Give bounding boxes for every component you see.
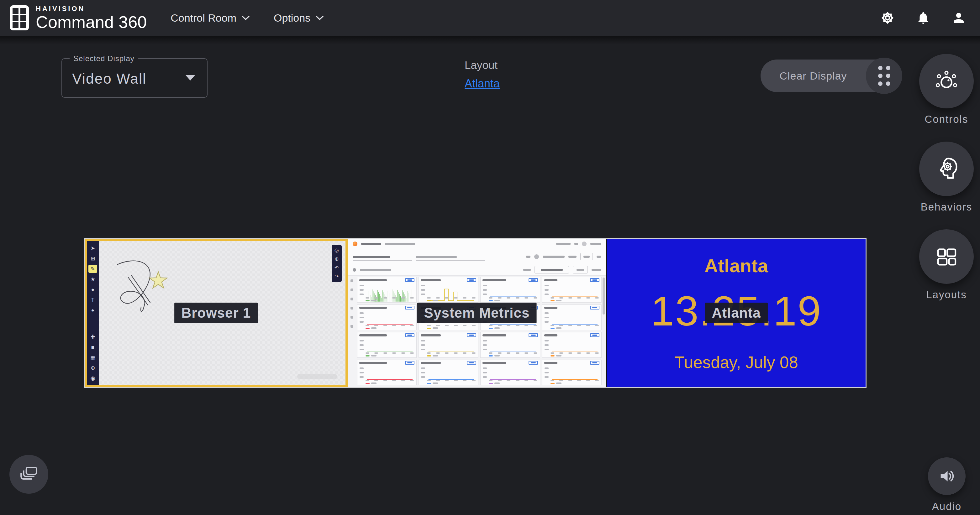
controls-button[interactable] xyxy=(919,54,974,108)
rect-icon[interactable]: ■ xyxy=(88,343,97,351)
video-wall-preview: ➤⊞✎★●T♠ ✚■▦⊕◉ ◎⊕↶↷ Browser 1 xyxy=(84,238,867,388)
haivision-logo-icon xyxy=(10,5,29,31)
behaviors-button[interactable] xyxy=(919,142,974,196)
product-name: Command 360 xyxy=(36,13,147,30)
layout-indicator: Layout Atlanta xyxy=(465,59,500,90)
grafana-logo-icon xyxy=(353,241,357,246)
behaviors-button-label: Behaviors xyxy=(909,201,980,213)
settings-icon[interactable] xyxy=(880,10,896,26)
move-icon[interactable]: ⊞ xyxy=(88,254,97,263)
panel-label-overlay: Browser 1 xyxy=(174,303,258,323)
display-selector[interactable]: Selected Display Video Wall xyxy=(62,58,208,98)
metrics-grid xyxy=(357,277,602,385)
layouts-button-label: Layouts xyxy=(909,289,980,301)
cursor-icon[interactable]: ➤ xyxy=(88,244,97,252)
metrics-chart-cell xyxy=(418,360,479,385)
metrics-chart-cell xyxy=(542,360,602,385)
metrics-scrollbar[interactable] xyxy=(603,277,605,315)
text-icon[interactable]: T xyxy=(88,296,97,304)
clock-date: Tuesday, July 08 xyxy=(607,353,865,372)
metrics-chart-cell xyxy=(542,304,602,330)
whiteboard-watermark xyxy=(297,374,337,379)
layouts-icon xyxy=(933,243,960,270)
metrics-sidebar xyxy=(348,279,356,328)
metrics-chart-cell xyxy=(542,277,602,303)
layout-link[interactable]: Atlanta xyxy=(465,77,500,90)
layouts-button[interactable] xyxy=(919,229,974,284)
display-selector-label: Selected Display xyxy=(70,54,138,63)
audio-button-label: Audio xyxy=(909,501,980,512)
drag-dots-icon xyxy=(878,66,890,86)
add-icon[interactable]: ✚ xyxy=(88,333,97,341)
chevron-down-icon xyxy=(315,15,324,21)
star-icon[interactable]: ★ xyxy=(88,275,97,283)
controls-button-label: Controls xyxy=(909,113,980,125)
redo-icon[interactable]: ↷ xyxy=(332,274,341,280)
star-shape xyxy=(150,272,167,288)
menu-control-room[interactable]: Control Room xyxy=(170,12,250,24)
metrics-chart-cell xyxy=(357,304,417,330)
app-logo: HAIVISION Command 360 xyxy=(10,5,147,31)
metrics-chart-cell xyxy=(418,277,479,303)
wall-panel-system-metrics[interactable]: System Metrics xyxy=(348,239,607,387)
account-icon[interactable] xyxy=(951,10,966,25)
notifications-icon[interactable] xyxy=(916,11,931,25)
clock-city: Atlanta xyxy=(607,255,865,277)
controls-icon xyxy=(933,67,960,95)
audio-button[interactable] xyxy=(928,457,966,495)
main-menus: Control Room Options xyxy=(170,12,324,24)
whiteboard-view-toolbar: ◎⊕↶↷ xyxy=(332,245,342,282)
metrics-chart-cell xyxy=(357,332,417,358)
metrics-chart-cell xyxy=(480,277,540,303)
fill-icon[interactable]: ♠ xyxy=(88,306,97,314)
wall-panel-browser-1[interactable]: ➤⊞✎★●T♠ ✚■▦⊕◉ ◎⊕↶↷ Browser 1 xyxy=(84,239,348,387)
eye-icon[interactable]: ◎ xyxy=(332,247,341,254)
metrics-dashboard-header xyxy=(348,239,606,276)
panel-label-overlay: Atlanta xyxy=(705,303,768,323)
drag-handle[interactable] xyxy=(866,58,902,94)
display-selector-value: Video Wall xyxy=(72,70,146,87)
chevron-down-icon xyxy=(242,15,250,21)
pen-icon[interactable]: ✎ xyxy=(88,265,97,273)
layers-icon xyxy=(19,464,39,485)
frame-icon[interactable]: ▦ xyxy=(88,353,97,361)
metrics-chart-cell xyxy=(542,332,602,358)
metrics-chart-cell xyxy=(480,360,540,385)
metrics-chart-cell xyxy=(357,360,417,385)
audio-icon xyxy=(937,466,956,486)
metrics-chart-cell xyxy=(357,277,417,303)
metrics-chart-cell xyxy=(418,332,479,358)
layout-label: Layout xyxy=(465,59,500,71)
menu-options[interactable]: Options xyxy=(274,12,324,24)
dropdown-caret-icon[interactable] xyxy=(186,75,195,81)
globe-icon[interactable]: ◉ xyxy=(88,374,97,382)
metrics-chart-cell xyxy=(480,332,540,358)
layers-button[interactable] xyxy=(10,455,48,494)
top-bar: HAIVISION Command 360 Control Room Optio… xyxy=(0,0,980,36)
shape-icon[interactable]: ● xyxy=(88,285,97,293)
behaviors-icon xyxy=(933,155,960,183)
panel-label-overlay: System Metrics xyxy=(417,303,537,323)
brand-name: HAIVISION xyxy=(36,5,147,12)
link-icon[interactable]: ⊕ xyxy=(88,364,97,372)
whiteboard-left-toolbar: ➤⊞✎★●T♠ ✚■▦⊕◉ xyxy=(87,241,99,385)
wall-panel-atlanta-clock[interactable]: Atlanta 13.25.19 Tuesday, July 08 Atlant… xyxy=(607,239,865,387)
clear-display-button[interactable]: Clear Display xyxy=(760,60,901,92)
zoom-icon[interactable]: ⊕ xyxy=(332,256,341,262)
undo-icon[interactable]: ↶ xyxy=(332,265,341,271)
